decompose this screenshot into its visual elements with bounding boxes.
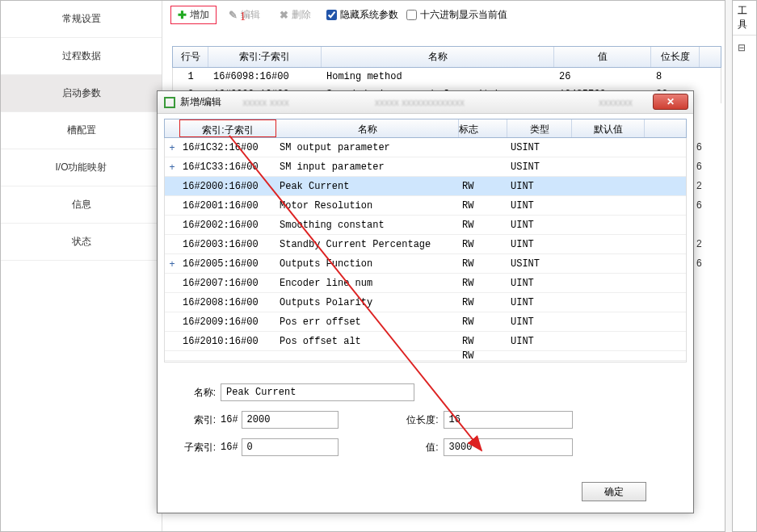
expand-icon[interactable]: + bbox=[165, 258, 179, 270]
dialog-body: 索引:子索引 名称 标志 类型 默认值 +16#1C32:16#00SM out… bbox=[164, 119, 687, 506]
list-item[interactable]: 16#2001:16#00Motor ResolutionRWUINT bbox=[165, 196, 686, 216]
tab-info[interactable]: 信息 bbox=[1, 186, 162, 224]
dialog-table-header: 索引:子索引 名称 标志 类型 默认值 bbox=[164, 119, 687, 138]
header-type[interactable]: 类型 bbox=[507, 119, 572, 137]
cell-flag: RW bbox=[459, 297, 507, 308]
annotation-1: 1 bbox=[240, 10, 246, 23]
list-item[interactable]: +16#1C33:16#00SM input parameterUSINT bbox=[165, 157, 686, 177]
cell-name: Peak Current bbox=[276, 181, 459, 192]
list-item[interactable]: 16#2007:16#00Encoder line numRWUINT bbox=[165, 274, 686, 293]
cell-idx: 16#2010:16#00 bbox=[179, 336, 276, 347]
tab-startup-params[interactable]: 启动参数 bbox=[1, 75, 162, 112]
header-name[interactable]: 名称 bbox=[276, 119, 459, 137]
cell-type: UINT bbox=[507, 220, 572, 231]
cell-type: USINT bbox=[507, 161, 572, 173]
tab-process-data[interactable]: 过程数据 bbox=[1, 38, 162, 75]
index-input[interactable] bbox=[242, 411, 339, 429]
subindex-prefix: 16# bbox=[221, 442, 242, 453]
cell-name: Pos err offset bbox=[276, 316, 459, 328]
cell-flag: RW bbox=[459, 316, 507, 328]
expand-icon[interactable]: + bbox=[165, 142, 179, 153]
cell-name: Motor Resolution bbox=[276, 200, 459, 212]
list-item[interactable]: 16#2010:16#00Pos offset altRWUINT bbox=[165, 332, 686, 351]
cell-idx: 16#2009:16#00 bbox=[179, 316, 276, 328]
col-row[interactable]: 行号 bbox=[173, 47, 208, 67]
tab-status[interactable]: 状态 bbox=[1, 224, 162, 261]
cell-type: UINT bbox=[507, 200, 572, 212]
right-panel-title: 工具 bbox=[733, 1, 756, 36]
hide-system-checkbox[interactable]: 隐藏系统参数 bbox=[326, 8, 398, 22]
col-bitlen[interactable]: 位长度 bbox=[651, 47, 700, 67]
hide-system-input[interactable] bbox=[326, 10, 337, 20]
hex-checkbox[interactable]: 十六进制显示当前值 bbox=[406, 8, 507, 22]
subindex-label: 子索引: bbox=[164, 441, 221, 455]
blurred-text: xxxxx xxxxxxxxxxxxx bbox=[359, 97, 465, 108]
cell-flag: RW bbox=[459, 220, 507, 231]
cell-flag: RW bbox=[459, 278, 507, 289]
obscured-bit: 2 bbox=[696, 234, 702, 253]
tree-collapse-icon[interactable]: ⊟ bbox=[738, 42, 751, 53]
table-row[interactable]: 1 16#6098:16#00 Homing method 26 8 bbox=[172, 68, 721, 86]
bitlen-input[interactable] bbox=[444, 411, 573, 429]
col-value[interactable]: 值 bbox=[554, 47, 651, 67]
cell-flag: RW bbox=[459, 336, 507, 347]
list-item[interactable]: 16#2008:16#00Outputs PolarityRWUINT bbox=[165, 293, 686, 312]
add-button[interactable]: ✚ 增加 bbox=[170, 6, 217, 24]
dialog-titlebar[interactable]: 新增/编辑 xxxxx xxxx xxxxx xxxxxxxxxxxxx xxx… bbox=[158, 91, 693, 114]
list-item[interactable]: 16#2003:16#00Standby Current PercentageR… bbox=[165, 235, 686, 254]
header-index[interactable]: 索引:子索引 bbox=[179, 119, 276, 137]
cell-type: USINT bbox=[507, 142, 572, 153]
obscured-bit: 6 bbox=[696, 157, 702, 176]
cell-flag: RW bbox=[459, 200, 507, 212]
plus-icon: ✚ bbox=[178, 9, 187, 21]
cell-name: Smoothing constant bbox=[276, 220, 459, 231]
cell-idx: 16#2001:16#00 bbox=[179, 200, 276, 212]
list-item[interactable]: 16#2002:16#00Smoothing constantRWUINT bbox=[165, 216, 686, 235]
expand-icon[interactable]: + bbox=[165, 161, 179, 173]
main-table-header: 行号 索引:子索引 名称 值 位长度 bbox=[172, 46, 721, 68]
toolbar: ✚ 增加 ✎ 编辑 ✖ 删除 隐藏系统参数 十六进制显示当前值 bbox=[162, 1, 725, 29]
cell-val: 26 bbox=[554, 68, 651, 86]
right-panel: 工具 ⊟ bbox=[732, 0, 757, 532]
tab-general[interactable]: 常规设置 bbox=[1, 1, 162, 38]
cell-idx: 16#1C32:16#00 bbox=[179, 142, 276, 153]
hex-label: 十六进制显示当前值 bbox=[420, 8, 507, 22]
tab-io-mapping[interactable]: I/O功能映射 bbox=[1, 149, 162, 186]
dialog-table-list[interactable]: +16#1C32:16#00SM output parameterUSINT+1… bbox=[164, 138, 687, 362]
tab-slot-config[interactable]: 槽配置 bbox=[1, 112, 162, 149]
list-item[interactable]: 16#2009:16#00Pos err offsetRWUINT bbox=[165, 312, 686, 332]
header-default[interactable]: 默认值 bbox=[572, 119, 645, 137]
x-icon: ✖ bbox=[280, 9, 288, 21]
cell-name: Pos offset alt bbox=[276, 336, 459, 347]
list-item[interactable]: +16#1C32:16#00SM output parameterUSINT bbox=[165, 138, 686, 157]
col-index[interactable]: 索引:子索引 bbox=[208, 47, 322, 67]
close-button[interactable]: ✕ bbox=[653, 94, 688, 110]
list-item-partial: RW bbox=[165, 351, 686, 361]
obscured-bit: 6 bbox=[696, 253, 702, 273]
cell-type: UINT bbox=[507, 297, 572, 308]
cell-bit: 8 bbox=[651, 68, 700, 86]
col-name[interactable]: 名称 bbox=[322, 47, 554, 67]
header-flag[interactable]: 标志 bbox=[459, 119, 507, 137]
cell-name: SM input parameter bbox=[276, 161, 459, 173]
name-input[interactable] bbox=[221, 383, 414, 401]
obscured-bit: 2 bbox=[696, 176, 702, 195]
cell-idx: 16#6098:16#00 bbox=[208, 68, 322, 86]
right-tree: ⊟ bbox=[733, 36, 756, 60]
cell-type: UINT bbox=[507, 316, 572, 328]
list-item[interactable]: +16#2005:16#00Outputs FunctionRWUSINT bbox=[165, 254, 686, 274]
value-input[interactable] bbox=[444, 438, 573, 456]
hex-input[interactable] bbox=[406, 10, 417, 20]
pencil-icon: ✎ bbox=[229, 9, 238, 21]
cell-row: 1 bbox=[173, 68, 208, 86]
list-item[interactable]: 16#2000:16#00Peak CurrentRWUINT bbox=[165, 177, 686, 196]
index-label: 索引: bbox=[164, 413, 221, 427]
dialog-icon bbox=[164, 97, 175, 108]
ok-button[interactable]: 确定 bbox=[582, 482, 646, 501]
cell-idx: 16#2002:16#00 bbox=[179, 220, 276, 231]
cell-name: Outputs Polarity bbox=[276, 297, 459, 308]
cell-type: USINT bbox=[507, 258, 572, 270]
subindex-input[interactable] bbox=[242, 438, 339, 456]
delete-button[interactable]: ✖ 删除 bbox=[272, 6, 318, 24]
cell-name: Homing method bbox=[322, 68, 554, 86]
